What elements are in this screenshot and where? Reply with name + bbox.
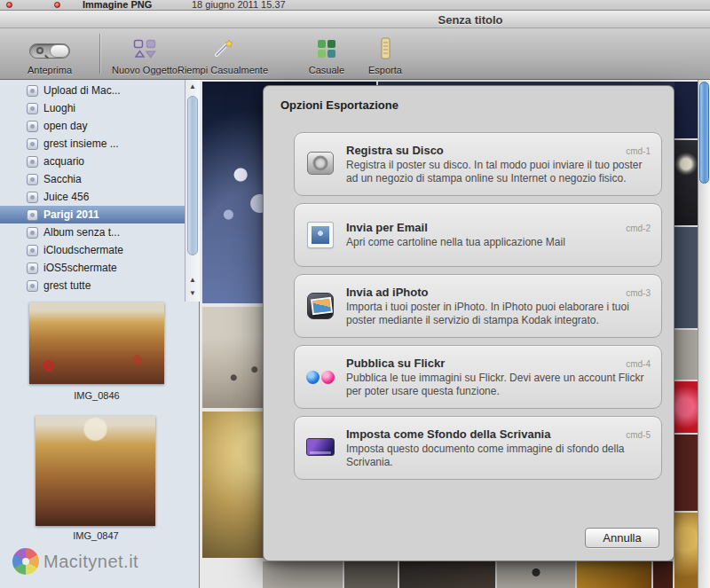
export-option-description: Registra il poster su disco. In tal modo… [346, 159, 651, 185]
photo-tile [497, 561, 575, 588]
close-button-icon[interactable] [6, 2, 12, 8]
sidebar-album-item[interactable]: grest tutte [0, 277, 185, 294]
export-option-description: Pubblica le tue immagini su Flickr. Devi… [346, 372, 651, 398]
scroll-thumb[interactable] [699, 82, 709, 184]
photo-tile [674, 330, 698, 380]
export-option-description: Apri come cartoline nella tua applicazio… [346, 236, 651, 249]
sidebar-album-item[interactable]: iOS5schermate [0, 259, 185, 277]
sidebar-album-label: iOS5schermate [43, 262, 117, 274]
scroll-up-icon[interactable]: ▲ [185, 274, 200, 286]
sidebar-album-item[interactable]: Parigi 2011 [0, 206, 185, 223]
toolbar-label: Esporta [368, 65, 402, 75]
titlebar[interactable]: Senza titolo [0, 11, 710, 28]
photo-tile [674, 82, 698, 138]
export-option[interactable]: Imposta come Sfondo della Scrivania cmd-… [294, 416, 662, 480]
album-icon [27, 280, 38, 292]
sidebar-album-label: Album senza t... [43, 226, 120, 239]
toolbar-nuovo-oggetto-button[interactable]: Nuovo Oggetto [105, 33, 185, 75]
scroll-down-icon[interactable]: ▼ [185, 287, 200, 300]
sidebar-scroll-thumb[interactable] [187, 96, 198, 255]
sidebar-album-item[interactable]: iCloudschermate [0, 241, 185, 259]
sidebar-album-item[interactable]: Luoghi [0, 99, 185, 117]
photo-thumbnail[interactable] [36, 416, 155, 526]
export-option-shortcut: cmd-2 [626, 223, 651, 233]
app-window: Senza titolo Anteprima [0, 10, 710, 588]
album-icon [27, 138, 38, 150]
album-icon [27, 156, 38, 168]
export-option[interactable]: Registra su Disco cmd-1 Registra il post… [294, 132, 662, 196]
album-icon [27, 192, 38, 203]
export-option-shortcut: cmd-1 [626, 146, 651, 156]
toolbar-riempi-casualmente-button[interactable]: Riempi Casualmente [174, 33, 272, 75]
album-icon [27, 209, 38, 221]
sidebar-album-label: Luoghi [43, 102, 75, 114]
export-option-shortcut: cmd-3 [626, 288, 651, 298]
photo-tile [344, 561, 398, 588]
sidebar-album-item[interactable]: Album senza t... [0, 223, 185, 241]
sidebar-album-item[interactable]: open day [0, 117, 185, 135]
export-icon [376, 37, 394, 64]
dialog-title: Opzioni Esportazione [280, 98, 398, 112]
background-date-label: 18 giugno 2011 15.37 [192, 0, 286, 10]
album-icon [27, 103, 38, 114]
preview-toggle-icon[interactable] [29, 43, 70, 59]
export-options-list: Registra su Disco cmd-1 Registra il post… [294, 132, 662, 487]
photo-tile [674, 140, 698, 225]
vertical-scrollbar[interactable] [698, 80, 710, 588]
export-option-title: Invia ad iPhoto [346, 286, 428, 299]
toggle-knob[interactable] [50, 44, 69, 58]
export-option-title: Registra su Disco [346, 144, 444, 157]
export-option-title: Imposta come Sfondo della Scrivania [346, 427, 550, 441]
album-icon [27, 85, 38, 97]
scroll-up-icon[interactable]: ▲ [185, 81, 200, 93]
export-option[interactable]: Pubblica su Flickr cmd-4 Pubblica le tue… [294, 345, 662, 409]
sidebar-scrollbar[interactable]: ▲ ▲ ▼ [185, 80, 200, 302]
photo-tile [653, 561, 673, 588]
magic-wand-icon [212, 38, 233, 63]
toolbar-esporta-button[interactable]: Esporta [359, 33, 412, 75]
toolbar-anteprima-button[interactable]: Anteprima [7, 33, 92, 75]
export-option-description: Imposta questo documento come immagine d… [346, 443, 651, 469]
album-icon [27, 263, 38, 274]
export-options-dialog: Opzioni Esportazione Registra su Disco c… [263, 85, 674, 561]
magnifier-icon [36, 47, 43, 54]
sidebar-album-label: acquario [43, 155, 84, 168]
sidebar-album-item[interactable]: Juice 456 [0, 188, 185, 206]
export-option[interactable]: Invia ad iPhoto cmd-3 Importa i tuoi pos… [294, 274, 662, 338]
sidebar-album-label: grest tutte [43, 279, 91, 292]
photo-thumbnail[interactable] [29, 302, 164, 384]
export-option-text: Invia per Email cmd-2 Apri come cartolin… [346, 221, 651, 249]
window-title: Senza titolo [438, 13, 503, 27]
sidebar: Upload di Mac... Luoghi open day grest i… [0, 80, 200, 588]
export-option-text: Imposta come Sfondo della Scrivania cmd-… [346, 427, 651, 469]
random-icon [316, 38, 337, 63]
export-option-description: Importa i tuoi poster in iPhoto. In iPho… [346, 301, 651, 327]
sidebar-album-item[interactable]: acquario [0, 153, 185, 170]
photo-tile [674, 435, 698, 511]
desktop-icon [305, 433, 335, 463]
sidebar-album-label: iCloudschermate [43, 244, 123, 256]
toolbar-label: Casuale [309, 65, 344, 75]
photo-tile [674, 513, 698, 588]
sidebar-album-item[interactable]: grest insieme ... [0, 135, 185, 153]
photo-tile [674, 381, 698, 433]
toolbar-casuale-button[interactable]: Casuale [300, 33, 353, 75]
toolbar-label: Riempi Casualmente [178, 65, 268, 75]
photo-tile [263, 561, 343, 588]
cancel-button[interactable]: Annulla [585, 528, 659, 548]
new-object-icon [133, 39, 156, 62]
photo-thumbnail-label: IMG_0847 [28, 530, 163, 541]
sidebar-album-item[interactable]: Upload di Mac... [0, 82, 185, 99]
export-option-text: Invia ad iPhoto cmd-3 Importa i tuoi pos… [346, 286, 651, 327]
sidebar-album-label: grest insieme ... [43, 137, 119, 150]
export-option-shortcut: cmd-5 [626, 430, 651, 440]
export-option-shortcut: cmd-4 [626, 359, 651, 369]
export-option-text: Registra su Disco cmd-1 Registra il post… [346, 144, 651, 185]
export-option-text: Pubblica su Flickr cmd-4 Pubblica le tue… [346, 357, 651, 398]
sidebar-album-label: Juice 456 [43, 191, 89, 203]
photo-tile [674, 227, 698, 328]
album-icon [27, 245, 38, 256]
close-button-icon[interactable] [54, 2, 60, 8]
sidebar-album-item[interactable]: Sacchia [0, 170, 185, 188]
export-option[interactable]: Invia per Email cmd-2 Apri come cartolin… [294, 203, 662, 267]
